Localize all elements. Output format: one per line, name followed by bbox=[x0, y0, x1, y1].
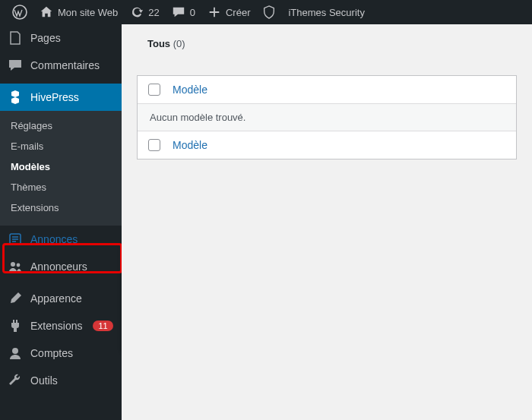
main-content: Tous (0) Modèle Aucun modèle trouvé. Mod… bbox=[122, 24, 532, 420]
menu-extensions-label: Extensions bbox=[30, 320, 82, 332]
comments[interactable]: 0 bbox=[166, 0, 201, 24]
menu-annonces[interactable]: Annonces bbox=[0, 226, 122, 253]
create[interactable]: Créer bbox=[201, 0, 257, 24]
menu-annonceurs[interactable]: Annonceurs bbox=[0, 253, 122, 280]
table-header: Modèle bbox=[138, 76, 516, 104]
list-filter[interactable]: Tous (0) bbox=[137, 38, 517, 49]
site-home[interactable]: Mon site Web bbox=[33, 0, 124, 24]
menu-commentaires[interactable]: Commentaires bbox=[0, 52, 122, 79]
comment-icon bbox=[172, 5, 185, 19]
hivepress-submenu: Réglages E-mails Modèles Thèmes Extensio… bbox=[0, 111, 122, 226]
svg-point-4 bbox=[12, 348, 18, 354]
col-modele-footer[interactable]: Modèle bbox=[173, 139, 207, 151]
submenu-emails[interactable]: E-mails bbox=[0, 136, 122, 156]
admin-sidebar: Pages Commentaires HivePress Réglages E-… bbox=[0, 24, 122, 420]
plus-icon bbox=[207, 5, 221, 19]
menu-comptes-label: Comptes bbox=[30, 347, 73, 359]
select-all-checkbox-footer[interactable] bbox=[148, 139, 160, 151]
menu-annonceurs-label: Annonceurs bbox=[30, 261, 87, 273]
submenu-reglages[interactable]: Réglages bbox=[0, 115, 122, 136]
menu-hivepress[interactable]: HivePress bbox=[0, 84, 122, 111]
empty-message: Aucun modèle trouvé. bbox=[148, 112, 245, 123]
wordpress-icon bbox=[12, 5, 27, 20]
site-name: Mon site Web bbox=[58, 7, 118, 18]
ithemes-security[interactable]: iThemes Security bbox=[282, 0, 370, 24]
refresh-icon bbox=[130, 5, 144, 19]
menu-apparence-label: Apparence bbox=[30, 292, 82, 305]
comments-count: 0 bbox=[190, 7, 195, 18]
user-icon bbox=[8, 346, 23, 361]
menu-apparence[interactable]: Apparence bbox=[0, 285, 122, 312]
page-icon bbox=[8, 30, 23, 46]
menu-annonces-label: Annonces bbox=[30, 233, 78, 245]
filter-count: (0) bbox=[173, 38, 185, 49]
wp-logo[interactable] bbox=[6, 0, 33, 24]
menu-extensions[interactable]: Extensions 11 bbox=[0, 312, 122, 339]
updates[interactable]: 22 bbox=[124, 0, 165, 24]
plug-icon bbox=[8, 318, 23, 333]
extensions-badge: 11 bbox=[93, 321, 112, 331]
table-empty-row: Aucun modèle trouvé. bbox=[138, 104, 516, 131]
select-all-checkbox[interactable] bbox=[148, 84, 160, 96]
updates-count: 22 bbox=[148, 7, 159, 18]
ithemes-icon-item[interactable] bbox=[256, 0, 282, 24]
table-footer: Modèle bbox=[138, 131, 516, 159]
brush-icon bbox=[8, 291, 23, 306]
ithemes-label: iThemes Security bbox=[288, 7, 364, 18]
menu-outils[interactable]: Outils bbox=[0, 367, 122, 394]
filter-label: Tous bbox=[147, 38, 170, 49]
models-table: Modèle Aucun modèle trouvé. Modèle bbox=[137, 75, 517, 159]
create-label: Créer bbox=[226, 7, 251, 18]
submenu-extensions[interactable]: Extensions bbox=[0, 197, 122, 218]
col-modele[interactable]: Modèle bbox=[173, 84, 207, 96]
menu-outils-label: Outils bbox=[30, 374, 58, 387]
shield-icon bbox=[262, 5, 276, 19]
users-icon bbox=[8, 259, 23, 274]
home-icon bbox=[40, 5, 53, 19]
menu-pages-label: Pages bbox=[30, 32, 61, 44]
submenu-themes[interactable]: Thèmes bbox=[0, 177, 122, 197]
admin-toolbar: Mon site Web 22 0 Créer iThemes Security bbox=[0, 0, 532, 24]
menu-pages[interactable]: Pages bbox=[0, 24, 122, 52]
wrench-icon bbox=[8, 373, 23, 388]
hivepress-icon bbox=[8, 90, 23, 105]
svg-point-2 bbox=[11, 262, 15, 267]
menu-commentaires-label: Commentaires bbox=[30, 59, 100, 71]
menu-hivepress-label: HivePress bbox=[30, 91, 79, 103]
menu-comptes[interactable]: Comptes bbox=[0, 339, 122, 367]
comment-icon bbox=[8, 58, 23, 73]
svg-point-3 bbox=[17, 264, 21, 267]
listing-icon bbox=[8, 232, 23, 247]
submenu-modeles[interactable]: Modèles bbox=[0, 156, 122, 177]
